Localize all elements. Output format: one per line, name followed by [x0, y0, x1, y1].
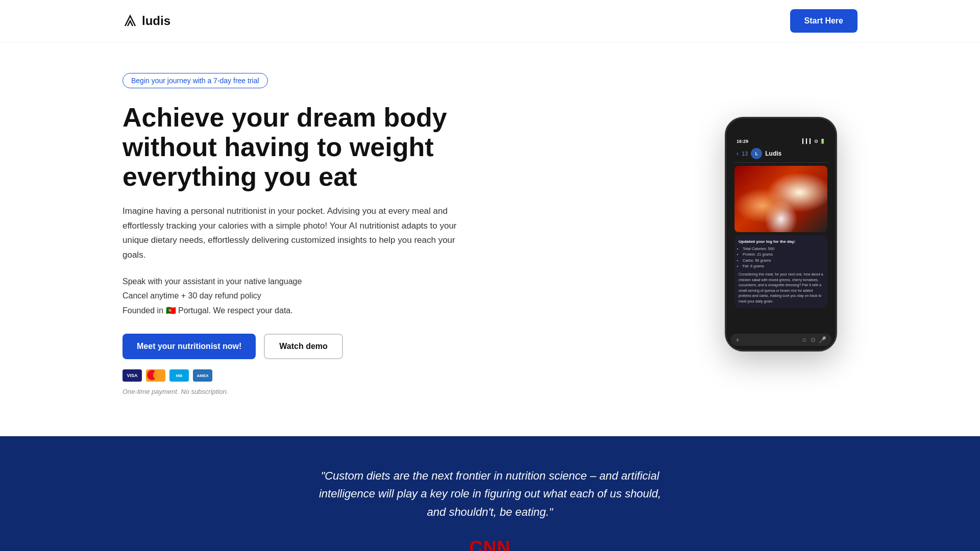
- food-image: [734, 166, 827, 232]
- back-count: 13: [742, 151, 748, 157]
- logo[interactable]: ludis: [122, 13, 170, 29]
- phone-header: ‹ 13 L Ludis: [732, 146, 829, 163]
- phone-notch: [761, 124, 801, 136]
- quote-text: "Custom diets are the next frontier in n…: [311, 467, 669, 521]
- payment-icons: VISA MB AMEX: [122, 369, 459, 382]
- cta-primary-button[interactable]: Meet your nutritionist now!: [122, 334, 256, 359]
- chat-avatar: L: [751, 148, 762, 159]
- log-calories: Total Calories: 500: [743, 246, 823, 252]
- phone-time: 16:29: [737, 139, 748, 144]
- maestro-icon: MB: [169, 369, 189, 382]
- trial-badge: Begin your journey with a 7-day free tri…: [122, 73, 268, 88]
- back-arrow-icon: ‹: [737, 150, 739, 157]
- plus-icon: +: [736, 336, 740, 344]
- log-title: Updated your log for the day:: [739, 239, 823, 244]
- chat-name: Ludis: [765, 150, 781, 157]
- cnn-logo: CNN: [122, 537, 857, 551]
- log-protein: Protein: 21 grams: [743, 252, 823, 257]
- phone-status-bar: 16:29 ▎▎▎ ⊙ 🔋: [732, 138, 829, 146]
- log-fat: Fat: 6 grams: [743, 263, 823, 269]
- food-image-inner: [734, 166, 827, 232]
- hero-title: Achieve your dream body without having t…: [122, 103, 459, 192]
- start-here-button[interactable]: Start Here: [790, 9, 857, 33]
- amex-icon: AMEX: [193, 369, 212, 382]
- phone-chat-body: Updated your log for the day: Total Calo…: [732, 163, 829, 314]
- payment-note: One-time payment. No subscription.: [122, 388, 459, 395]
- mic-icon: 🎤: [819, 336, 826, 343]
- mastercard-icon: [146, 369, 165, 382]
- feature-item: Cancel anytime + 30 day refund policy: [122, 291, 459, 300]
- phone-input-bar[interactable]: + ☺ ⊙ 🎤: [730, 334, 831, 346]
- logo-text: ludis: [142, 14, 170, 28]
- emoji-icon: ☺: [801, 336, 807, 343]
- phone-frame: 16:29 ▎▎▎ ⊙ 🔋 ‹ 13 L Ludis Updated your …: [725, 117, 837, 352]
- hero-section: Begin your journey with a 7-day free tri…: [0, 42, 980, 436]
- navbar: ludis Start Here: [0, 0, 980, 42]
- hero-description: Imagine having a personal nutritionist i…: [122, 204, 459, 263]
- hero-content: Begin your journey with a 7-day free tri…: [122, 73, 459, 395]
- log-items: Total Calories: 500 Protein: 21 grams Ca…: [739, 246, 823, 269]
- watch-demo-button[interactable]: Watch demo: [264, 334, 343, 359]
- feature-list: Speak with your assistant in your native…: [122, 277, 459, 315]
- quote-section: "Custom diets are the next frontier in n…: [0, 436, 980, 551]
- logo-icon: [122, 13, 138, 29]
- feature-item: Speak with your assistant in your native…: [122, 277, 459, 286]
- input-action-icons: ☺ ⊙ 🎤: [801, 336, 826, 343]
- feature-item: Founded in 🇵🇹 Portugal. We respect your …: [122, 306, 459, 315]
- log-carbs: Carbs: 90 grams: [743, 258, 823, 263]
- camera-icon: ⊙: [811, 336, 816, 343]
- nutrition-message: Updated your log for the day: Total Calo…: [734, 235, 827, 308]
- cta-buttons: Meet your nutritionist now! Watch demo: [122, 334, 459, 359]
- phone-signal: ▎▎▎ ⊙ 🔋: [802, 139, 825, 144]
- suggestion-text: Considering this meal, for your next one…: [739, 272, 823, 304]
- phone-mockup: 16:29 ▎▎▎ ⊙ 🔋 ‹ 13 L Ludis Updated your …: [725, 117, 837, 352]
- visa-icon: VISA: [122, 369, 142, 382]
